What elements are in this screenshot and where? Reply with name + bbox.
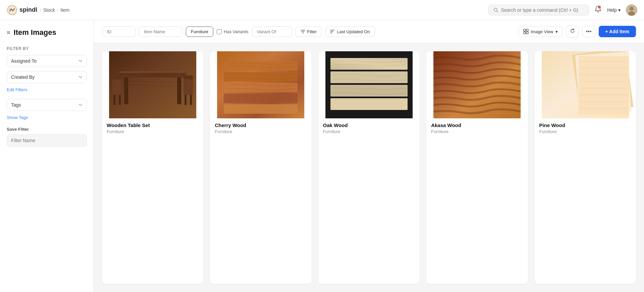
item-card[interactable]: Akasa Wood Furniture xyxy=(426,51,528,284)
sort-icon xyxy=(330,29,335,34)
svg-rect-38 xyxy=(330,71,408,83)
svg-rect-21 xyxy=(177,77,181,104)
item-category: Furniture xyxy=(215,129,307,134)
user-avatar[interactable] xyxy=(626,4,637,16)
bell-icon xyxy=(594,5,602,13)
item-name: Akasa Wood xyxy=(431,122,523,128)
item-category: Furniture xyxy=(431,129,523,134)
breadcrumb-item[interactable]: Item xyxy=(60,7,69,13)
svg-point-3 xyxy=(598,6,601,8)
show-tags-link[interactable]: Show Tags xyxy=(7,115,87,120)
svg-rect-28 xyxy=(184,95,186,105)
content-area: Furniture Has Variants Filter xyxy=(94,20,644,292)
filter-icon xyxy=(301,29,305,34)
has-variants-checkbox[interactable] xyxy=(217,29,222,34)
breadcrumb-stock[interactable]: Stock xyxy=(43,7,55,13)
created-by-select[interactable]: Created By xyxy=(7,71,87,83)
item-name: Oak Wood xyxy=(323,122,415,128)
toolbar-right: Image View ▾ ••• + Add Item xyxy=(518,25,636,38)
item-card[interactable]: Pine Wood Furniture xyxy=(535,51,636,284)
avatar-icon xyxy=(626,4,637,16)
item-info: Cherry Wood Furniture xyxy=(210,118,311,139)
toolbar-filters: Furniture Has Variants Filter xyxy=(102,26,375,37)
refresh-button[interactable] xyxy=(566,25,579,38)
search-input[interactable] xyxy=(501,7,584,13)
notification-bell[interactable] xyxy=(594,5,602,14)
id-filter[interactable] xyxy=(102,26,136,37)
svg-rect-14 xyxy=(526,29,528,31)
hamburger-icon[interactable]: ≡ xyxy=(7,29,10,36)
item-card[interactable]: Oak Wood Furniture xyxy=(318,51,420,284)
assigned-to-select[interactable]: Assigned To xyxy=(7,55,87,67)
help-chevron: ▾ xyxy=(618,7,621,13)
filter-by-label: Filter By xyxy=(7,46,87,51)
svg-point-5 xyxy=(630,7,634,11)
toolbar: Furniture Has Variants Filter xyxy=(94,20,644,43)
breadcrumb-sep-1: › xyxy=(40,8,41,12)
edit-filters-link[interactable]: Edit Filters xyxy=(7,87,87,92)
filter-name-input[interactable] xyxy=(7,134,87,147)
view-button[interactable]: Image View ▾ xyxy=(518,26,563,37)
svg-rect-37 xyxy=(330,58,408,70)
sort-label: Last Updated On xyxy=(337,29,370,34)
item-info: Pine Wood Furniture xyxy=(535,118,636,139)
search-bar[interactable] xyxy=(488,5,589,15)
svg-rect-19 xyxy=(119,71,186,73)
svg-rect-23 xyxy=(112,75,122,79)
logo-text: spindl xyxy=(19,6,37,13)
item-image xyxy=(102,51,203,118)
item-category: Furniture xyxy=(107,129,199,134)
add-item-button[interactable]: + Add Item xyxy=(599,26,636,37)
item-name: Pine Wood xyxy=(539,122,631,128)
logo-icon xyxy=(7,5,17,15)
items-grid: Wooden Table Set Furniture xyxy=(94,43,644,292)
help-label: Help xyxy=(607,7,617,13)
category-filter[interactable]: Furniture xyxy=(186,26,213,37)
svg-rect-16 xyxy=(526,32,528,34)
item-image xyxy=(426,51,528,118)
filter-button[interactable]: Filter xyxy=(296,26,322,37)
top-navigation: spindl › Stock › Item Help ▾ xyxy=(0,0,644,20)
item-card[interactable]: Wooden Table Set Furniture xyxy=(102,51,203,284)
svg-rect-46 xyxy=(579,56,629,115)
svg-rect-27 xyxy=(183,75,193,79)
breadcrumb: › Stock › Item xyxy=(40,7,69,13)
svg-rect-39 xyxy=(330,85,408,97)
main-layout: ≡ Item Images Filter By Assigned To Crea… xyxy=(0,20,644,292)
item-card[interactable]: Cherry Wood Furniture xyxy=(210,51,311,284)
svg-rect-29 xyxy=(190,95,192,105)
item-info: Akasa Wood Furniture xyxy=(426,118,528,139)
refresh-icon xyxy=(570,28,575,34)
item-image xyxy=(535,51,636,118)
has-variants-text: Has Variants xyxy=(224,29,248,34)
item-image xyxy=(318,51,420,118)
nav-left: spindl › Stock › Item xyxy=(7,5,69,15)
tags-select[interactable]: Tags xyxy=(7,99,87,111)
svg-rect-22 xyxy=(112,78,122,95)
variant-of-filter[interactable] xyxy=(252,26,292,37)
svg-rect-24 xyxy=(113,95,115,105)
sort-button[interactable]: Last Updated On xyxy=(325,26,375,37)
page-title-row: ≡ Item Images xyxy=(7,28,87,37)
filter-label: Filter xyxy=(307,29,317,34)
item-name: Cherry Wood xyxy=(215,122,307,128)
logo[interactable]: spindl xyxy=(7,5,37,15)
help-button[interactable]: Help ▾ xyxy=(607,7,621,13)
breadcrumb-sep-2: › xyxy=(57,8,58,12)
view-label: Image View xyxy=(531,29,553,34)
save-filter-label: Save Filter xyxy=(7,127,87,132)
item-category: Furniture xyxy=(539,129,631,134)
search-icon xyxy=(493,7,498,13)
svg-rect-34 xyxy=(224,94,298,103)
view-chevron: ▾ xyxy=(555,29,558,34)
item-image xyxy=(210,51,311,118)
has-variants-label: Has Variants xyxy=(217,29,248,34)
item-name-filter[interactable] xyxy=(139,26,182,37)
svg-rect-20 xyxy=(124,77,128,104)
page-title: Item Images xyxy=(14,28,56,37)
more-button[interactable]: ••• xyxy=(582,26,595,37)
item-category: Furniture xyxy=(323,129,415,134)
svg-line-2 xyxy=(497,11,498,12)
item-info: Oak Wood Furniture xyxy=(318,118,420,139)
svg-rect-13 xyxy=(524,29,526,31)
